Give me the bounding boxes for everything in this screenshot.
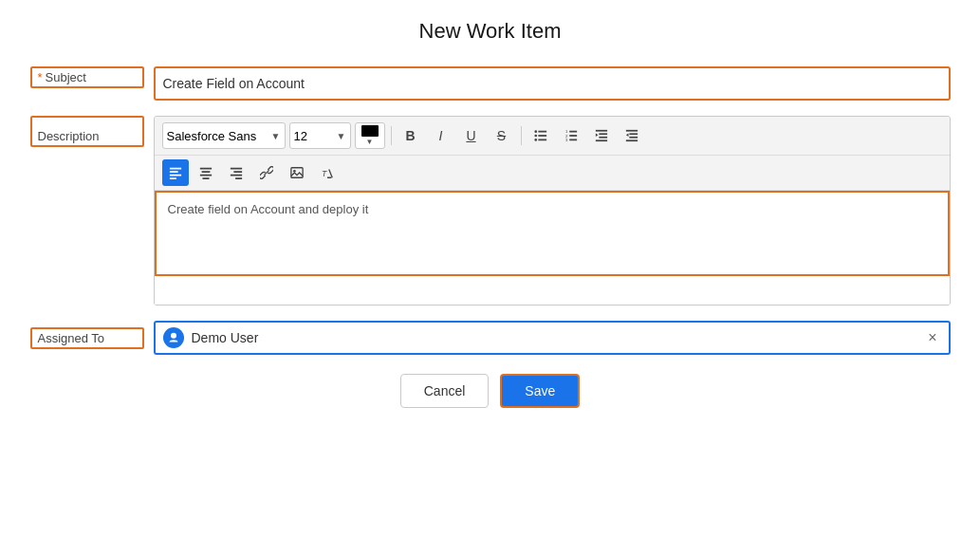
link-icon	[260, 166, 273, 179]
strikethrough-button[interactable]: S	[489, 122, 515, 149]
align-center-icon	[199, 166, 213, 179]
svg-rect-19	[629, 137, 638, 139]
svg-point-40	[171, 333, 176, 339]
toolbar-divider-1	[391, 126, 392, 145]
svg-point-4	[534, 135, 537, 138]
svg-marker-16	[595, 133, 598, 137]
description-label: Description	[38, 129, 100, 143]
ordered-list-icon: 1 2 3	[564, 129, 578, 142]
align-left-button[interactable]	[162, 159, 189, 186]
assigned-input-wrapper[interactable]: Demo User ×	[154, 321, 951, 355]
user-icon	[163, 327, 184, 348]
svg-rect-31	[233, 171, 242, 173]
clear-format-icon: T	[321, 166, 334, 179]
toolbar-row1: Salesforce Sans Arial Times New Roman ▼ …	[155, 117, 950, 156]
ordered-list-button[interactable]: 1 2 3	[558, 122, 584, 149]
svg-rect-14	[599, 137, 607, 139]
link-button[interactable]	[253, 159, 280, 186]
subject-input[interactable]	[156, 68, 949, 99]
svg-rect-33	[235, 177, 242, 179]
person-icon	[168, 332, 179, 343]
svg-rect-22	[169, 168, 180, 170]
action-buttons: Cancel Save	[30, 374, 951, 408]
underline-button[interactable]: U	[458, 122, 485, 149]
svg-rect-35	[290, 168, 302, 178]
svg-rect-23	[169, 171, 177, 173]
cancel-button[interactable]: Cancel	[400, 374, 490, 408]
svg-line-38	[328, 170, 332, 178]
unordered-list-button[interactable]	[527, 122, 554, 149]
editor-padding	[155, 276, 950, 305]
text-color-button[interactable]: ▼	[355, 122, 385, 149]
page-title: New Work Item	[28, 19, 952, 44]
svg-rect-20	[625, 139, 637, 141]
svg-rect-28	[199, 175, 211, 176]
svg-rect-25	[169, 177, 176, 179]
assigned-user-name: Demo User	[192, 330, 917, 345]
svg-rect-13	[599, 133, 607, 135]
font-size-select[interactable]: 891011 12141618	[289, 122, 351, 149]
svg-rect-2	[538, 139, 546, 141]
indent-icon	[595, 129, 608, 142]
svg-rect-27	[201, 171, 210, 173]
unordered-list-icon	[534, 129, 547, 142]
svg-rect-8	[569, 139, 577, 141]
indent-button[interactable]	[588, 122, 615, 149]
rich-text-editor: Salesforce Sans Arial Times New Roman ▼ …	[154, 116, 951, 306]
svg-rect-15	[595, 139, 606, 141]
align-right-button[interactable]	[223, 159, 250, 186]
save-button[interactable]: Save	[500, 374, 580, 408]
assigned-label-wrapper: Assigned To	[30, 327, 144, 349]
align-center-button[interactable]	[193, 159, 219, 186]
description-label-wrapper: Description	[30, 116, 144, 147]
subject-input-wrapper	[154, 66, 951, 101]
outdent-icon	[625, 129, 638, 142]
svg-text:3: 3	[564, 138, 567, 142]
svg-rect-30	[230, 168, 241, 170]
svg-rect-24	[169, 175, 180, 176]
svg-rect-1	[538, 135, 546, 137]
svg-rect-12	[595, 130, 606, 132]
assigned-label: Assigned To	[38, 331, 105, 345]
description-text: Create field on Account and deploy it	[168, 202, 369, 216]
toolbar-row2: T	[155, 156, 950, 191]
svg-rect-18	[629, 133, 638, 135]
svg-rect-0	[538, 131, 546, 133]
subject-label: Subject	[46, 70, 86, 84]
svg-point-3	[534, 130, 537, 133]
description-editor[interactable]: Create field on Account and deploy it	[155, 191, 950, 276]
outdent-button[interactable]	[619, 122, 645, 149]
svg-rect-29	[202, 177, 209, 179]
align-right-icon	[230, 166, 243, 179]
font-family-select[interactable]: Salesforce Sans Arial Times New Roman	[162, 122, 286, 149]
svg-text:T: T	[321, 169, 326, 178]
assigned-to-row: Assigned To Demo User ×	[30, 321, 951, 355]
svg-rect-26	[199, 168, 211, 170]
subject-label-wrapper: * Subject	[30, 66, 144, 88]
image-button[interactable]	[284, 159, 310, 186]
align-left-icon	[169, 166, 182, 179]
clear-format-button[interactable]: T	[314, 159, 341, 186]
svg-rect-6	[569, 131, 577, 133]
italic-button[interactable]: I	[428, 122, 454, 149]
description-row: Description Salesforce Sans Arial Times …	[30, 116, 951, 306]
image-icon	[290, 166, 304, 179]
svg-rect-7	[569, 135, 577, 137]
subject-row: * Subject	[30, 66, 951, 101]
required-indicator: *	[38, 70, 43, 84]
form-container: * Subject Description Salesforce Sans Ar…	[30, 66, 951, 408]
svg-marker-21	[625, 133, 628, 137]
color-swatch	[361, 125, 379, 137]
font-size-wrapper: 891011 12141618 ▼	[289, 122, 351, 149]
toolbar-divider-2	[521, 126, 522, 145]
clear-assigned-button[interactable]: ×	[924, 330, 940, 345]
editor-content-wrapper: Create field on Account and deploy it	[155, 191, 950, 305]
color-arrow-icon: ▼	[366, 138, 374, 146]
bold-button[interactable]: B	[398, 122, 424, 149]
svg-rect-17	[625, 130, 637, 132]
svg-rect-32	[230, 175, 241, 176]
font-family-wrapper: Salesforce Sans Arial Times New Roman ▼	[162, 122, 286, 149]
svg-point-5	[534, 139, 537, 141]
